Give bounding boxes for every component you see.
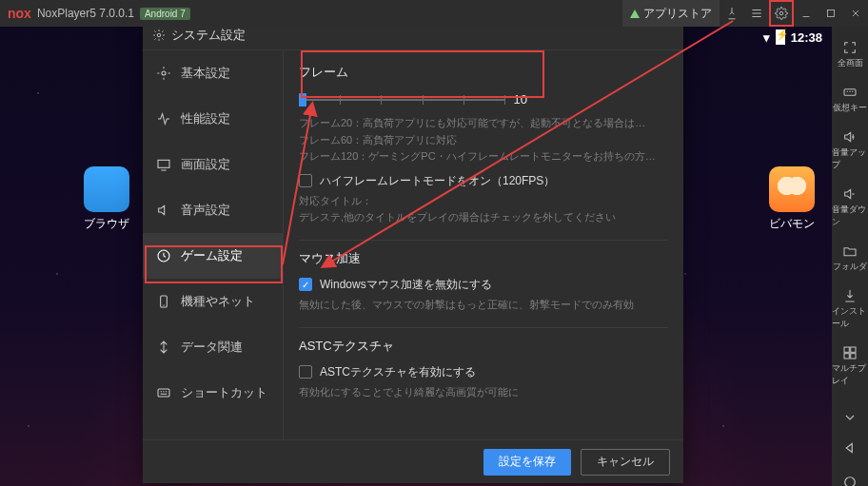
settings-button[interactable] [769,0,794,27]
settings-content: フレーム 10 フレーム20：高負荷アプリにも対応可能ですが、起動不可となる場合… [284,50,683,439]
right-toolbar: 全画面 仮想キー 音量アップ 音量ダウン フォルダ インストール マルチプレイ [832,27,868,486]
minimize-button[interactable] [794,0,819,27]
sidebar-item-screen[interactable]: 画面設定 [143,142,283,187]
toolbar-install[interactable]: インストール [832,282,868,336]
frame-value: 10 [514,92,527,107]
svg-rect-6 [851,354,856,359]
sidebar-item-audio[interactable]: 音声設定 [143,187,283,233]
hfr-checkbox-row[interactable]: ハイフレームレートモードをオン（120FPS） [299,173,668,189]
toolbar-more[interactable] [832,404,868,431]
toolbar-multiplay[interactable]: マルチプレイ [832,340,868,393]
nav-back[interactable] [832,435,868,461]
appstore-label: アプリストア [643,6,712,22]
frame-hint-120: フレーム120：ゲーミングPC・ハイフレームレートモニターをお持ちの方… [299,148,668,165]
vivamon-label: ビバモン [763,216,820,232]
frame-slider[interactable]: 10 [299,90,527,109]
hfr-label: ハイフレームレートモードをオン（120FPS） [320,173,555,189]
close-button[interactable] [843,0,868,27]
astc-checkbox-row[interactable]: ASTCテクスチャを有効にする [299,364,668,380]
settings-sidebar: 基本設定 性能設定 画面設定 音声設定 ゲーム設定 機種やネット データ関連 シ… [143,50,284,439]
frame-slider-thumb[interactable] [299,93,306,107]
browser-label: ブラウザ [78,216,135,232]
wifi-icon: ▾ [763,30,770,45]
toolbar-virtualkey[interactable]: 仮想キー [832,79,868,120]
toolbar-volume-up[interactable]: 音量アップ [832,124,868,177]
clock-label: 12:38 [791,30,822,45]
android-status-bar: ▾ 12:38 [763,27,832,48]
browser-icon [84,166,129,212]
astc-label: ASTCテクスチャを有効にする [320,364,476,380]
frame-section-title: フレーム [299,64,668,81]
svg-rect-1 [828,10,835,17]
mouse-note: 無効にした後、マウスでの射撃はもっと正確に、射撃モードでのみ有効 [299,297,668,314]
hfr-checkbox[interactable] [299,174,312,187]
title-bar: nox NoxPlayer5 7.0.0.1 Android 7 アプリストア [0,0,868,27]
toolbar-folder[interactable]: フォルダ [832,238,868,279]
play-icon [630,10,640,18]
save-button[interactable]: 設定を保存 [483,449,571,476]
hfr-note-2: デレステ,他のタイトルをプレイの場合はチェックを外してください [299,209,668,226]
android-badge: Android 7 [140,8,190,20]
vivamon-icon [769,166,815,212]
svg-rect-14 [158,389,169,397]
svg-point-7 [845,477,856,486]
sidebar-item-game[interactable]: ゲーム設定 [143,233,283,279]
svg-rect-2 [844,89,856,96]
battery-icon [776,29,785,45]
sidebar-item-shortcut[interactable]: ショートカット [143,370,283,416]
nav-home[interactable] [832,469,868,486]
mouse-section-title: マウス加速 [299,250,668,267]
hfr-note-1: 対応タイトル： [299,193,668,210]
sidebar-item-data[interactable]: データ関連 [143,324,283,370]
dialog-footer: 設定を保存 キャンセル [143,439,683,483]
mouse-label: Windowsマウス加速を無効にする [320,277,492,293]
sidebar-item-performance[interactable]: 性能設定 [143,96,283,142]
svg-rect-4 [851,347,856,352]
cancel-button[interactable]: キャンセル [581,449,670,476]
pin-button[interactable] [720,0,744,27]
mouse-checkbox-row[interactable]: ✓ Windowsマウス加速を無効にする [299,277,668,293]
desktop-icon-browser[interactable]: ブラウザ [78,166,135,232]
svg-point-9 [157,33,161,37]
astc-section-title: ASTCテクスチャ [299,338,668,355]
maximize-button[interactable] [819,0,843,27]
dialog-title: システム設定 [171,27,246,44]
app-title: NoxPlayer5 7.0.0.1 [37,7,134,20]
sidebar-item-basic[interactable]: 基本設定 [143,50,283,96]
brand-logo: nox [8,6,31,21]
system-settings-dialog: システム設定 基本設定 性能設定 画面設定 音声設定 ゲーム設定 機種やネット … [143,20,683,483]
svg-rect-11 [158,160,169,167]
toolbar-volume-down[interactable]: 音量ダウン [832,181,868,234]
svg-rect-5 [844,354,849,359]
svg-point-10 [162,71,166,75]
astc-note: 有効化にすることでより綺麗な高画質が可能に [299,384,668,401]
astc-checkbox[interactable] [299,365,312,379]
menu-button[interactable] [744,0,769,27]
frame-hint-60: フレーム60：高負荷アプリに対応 [299,132,668,149]
toolbar-fullscreen[interactable]: 全画面 [832,34,868,75]
frame-hint-20: フレーム20：高負荷アプリにも対応可能ですが、起動不可となる場合は… [299,115,668,132]
desktop-icon-vivamon[interactable]: ビバモン [763,166,820,232]
gear-icon [152,29,166,42]
sidebar-item-device[interactable]: 機種やネット [143,279,283,324]
mouse-checkbox[interactable]: ✓ [299,278,312,291]
appstore-button[interactable]: アプリストア [622,0,720,27]
svg-point-0 [779,11,783,15]
svg-rect-3 [844,347,849,352]
